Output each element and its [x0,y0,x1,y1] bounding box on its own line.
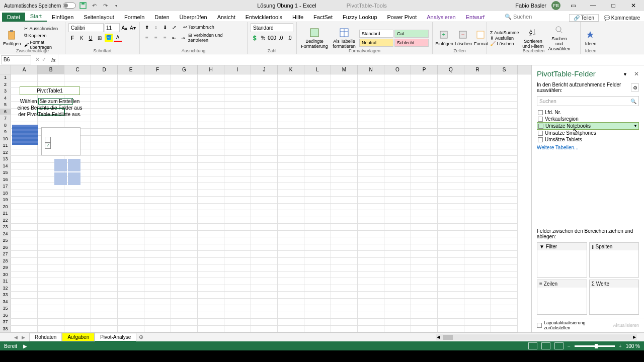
col-header[interactable]: D [91,65,118,74]
cell-style-standard[interactable]: Standard [359,30,393,38]
view-pagelayout-icon[interactable] [541,342,550,349]
row-header[interactable]: 5 [0,102,11,109]
tab-start[interactable]: Start [25,12,47,22]
field-umsaetze-smartphones[interactable]: Umsätze Smartphones [537,130,639,136]
col-header[interactable]: B [38,65,64,74]
field-verkaufsregion[interactable]: Verkaufsregion [537,116,639,122]
row-header[interactable]: 4 [0,95,11,102]
row-header[interactable]: 38 [0,326,11,333]
col-header[interactable]: O [384,65,411,74]
tab-insert[interactable]: Einfügen [47,13,78,22]
tab-pagelayout[interactable]: Seitenlayout [78,13,119,22]
formula-input[interactable] [58,54,644,65]
row-header[interactable]: 26 [0,244,11,251]
minimize-icon[interactable]: ― [586,1,601,11]
fill-button[interactable]: ⬇ Ausfüllen [490,36,519,41]
macro-record-icon[interactable]: ▶ [23,343,27,349]
col-header[interactable]: E [118,65,144,74]
row-header[interactable]: 35 [0,305,11,312]
field-umsaetze-notebooks[interactable]: Umsätze Notebooks▼ [537,122,639,130]
align-top-icon[interactable]: ⬆ [143,23,151,31]
row-header[interactable]: 6 [0,109,11,116]
col-header[interactable]: S [491,65,518,74]
col-header[interactable]: F [144,65,171,74]
row-header[interactable]: 9 [0,129,11,136]
align-bottom-icon[interactable]: ⬇ [161,23,169,31]
autosum-button[interactable]: Σ AutoSumme [490,30,519,35]
more-tables-link[interactable]: Weitere Tabellen... [532,143,644,152]
undo-icon[interactable]: ↶ [90,2,98,10]
inc-decimal-icon[interactable]: .0 [277,34,285,42]
sheet-tab-pivot-analyse[interactable]: Pivot-Analyse [95,333,136,342]
add-sheet-button[interactable]: ⊕ [136,334,145,340]
ribbon-options-icon[interactable]: ▭ [566,1,581,11]
sheet-tab-rohdaten[interactable]: Rohdaten [29,333,62,341]
sheet-nav-next-icon[interactable]: ▶ [22,335,25,340]
row-header[interactable]: 29 [0,264,11,272]
cut-button[interactable]: ✂ Ausschneiden [23,26,62,32]
fill-color-button[interactable]: 🪣 [105,34,113,42]
row-header[interactable]: 1 [0,74,11,81]
col-header[interactable]: P [411,65,438,74]
field-umsaetze-tablets[interactable]: Umsätze Tablets [537,136,639,143]
cell-style-schlecht[interactable]: Schlecht [394,39,429,47]
row-header[interactable]: 28 [0,258,11,265]
percent-icon[interactable]: % [259,34,267,42]
wrap-text-button[interactable]: ↩ Textumbruch [183,25,214,30]
col-header[interactable]: C [64,65,91,74]
font-size-input[interactable] [105,23,120,32]
row-header[interactable]: 24 [0,231,11,238]
col-header[interactable]: L [304,65,331,74]
row-header[interactable]: 17 [0,183,11,190]
cancel-formula-icon[interactable]: ✕ [35,56,40,63]
worksheet-grid[interactable]: A B C D E F G H I J K L M N O P Q R S 12… [0,65,531,332]
row-header[interactable]: 14 [0,163,11,170]
enter-formula-icon[interactable]: ✓ [42,56,46,63]
fx-icon[interactable]: fx [49,57,58,63]
close-icon[interactable]: ✕ [626,1,641,11]
field-dropdown-icon[interactable]: ▼ [633,124,637,128]
col-header[interactable]: N [358,65,384,74]
row-header[interactable]: 3 [0,88,11,95]
row-header[interactable]: 32 [0,285,11,292]
col-header[interactable]: G [171,65,198,74]
tab-factset[interactable]: FactSet [308,13,338,22]
row-header[interactable]: 11 [0,142,11,149]
col-header[interactable]: K [278,65,304,74]
maximize-icon[interactable]: □ [606,1,621,11]
row-header[interactable]: 34 [0,299,11,306]
tab-analyze[interactable]: Analysieren [422,13,460,22]
tab-design[interactable]: Entwurf [461,13,490,22]
align-center-icon[interactable]: ≡ [152,34,160,42]
italic-button[interactable]: K [77,34,86,42]
gear-icon[interactable]: ⚙ [631,83,639,92]
zoom-in-icon[interactable]: + [619,343,622,349]
col-header[interactable]: M [331,65,358,74]
copy-button[interactable]: ⧉ Kopieren [23,32,62,39]
avatar[interactable]: FB [551,1,560,10]
row-header[interactable]: 20 [0,204,11,211]
clear-button[interactable]: 🧹 Löschen [490,41,519,46]
row-header[interactable]: 30 [0,272,11,279]
tab-search[interactable]: 🔍 Suchen [500,12,537,22]
border-button[interactable]: ⊞ [96,34,104,42]
tab-view[interactable]: Ansicht [212,13,240,22]
align-middle-icon[interactable]: ↕ [152,23,160,31]
col-header[interactable]: H [198,65,224,74]
horizontal-scrollbar[interactable]: ◀ ▶ [436,334,637,340]
align-right-icon[interactable]: ≡ [161,34,169,42]
currency-icon[interactable]: 💲 [251,34,258,42]
orientation-icon[interactable]: ⤢ [170,23,178,31]
row-header[interactable]: 37 [0,319,11,326]
save-icon[interactable] [79,2,87,10]
cell-style-neutral[interactable]: Neutral [359,39,393,47]
autosave-toggle[interactable]: Automatisches Speichern [4,3,76,9]
col-header[interactable]: Q [438,65,464,74]
row-header[interactable]: 31 [0,278,11,285]
indent-dec-icon[interactable]: ⇤ [170,34,178,42]
defer-layout-checkbox[interactable] [537,323,542,328]
tab-powerpivot[interactable]: Power Pivot [382,13,422,22]
row-header[interactable]: 7 [0,115,11,122]
font-name-input[interactable] [68,23,104,32]
zoom-slider[interactable] [575,345,615,347]
